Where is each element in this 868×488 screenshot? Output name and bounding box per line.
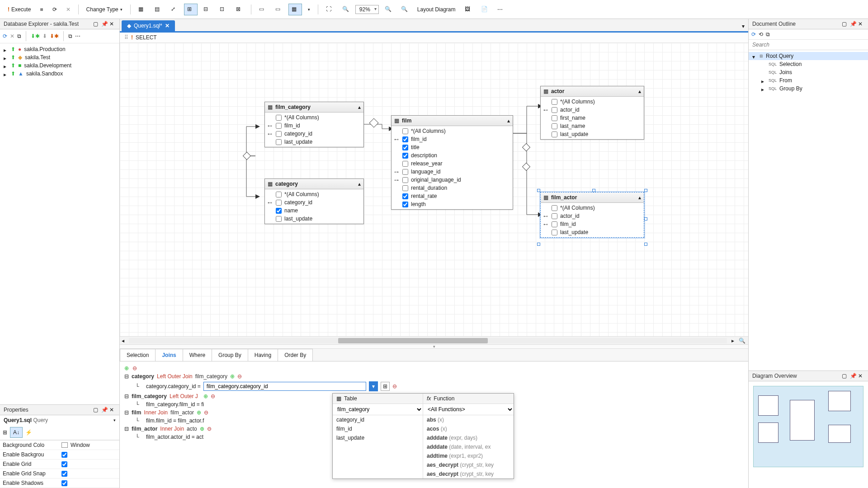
popup-function-item[interactable]: addtime (expr1, expr2) [423, 451, 514, 460]
tool-button[interactable]: ⊟ [200, 4, 214, 15]
collapse-icon[interactable]: ⊟ [124, 409, 129, 416]
column-checkbox[interactable] [552, 213, 557, 219]
refresh-icon[interactable]: ⟳ [751, 31, 756, 38]
dropdown-button[interactable]: ▾ [305, 5, 313, 14]
table-column[interactable]: length [392, 200, 513, 208]
table-column[interactable]: *(All Columns) [265, 113, 363, 122]
column-checkbox[interactable] [276, 208, 282, 214]
close-icon[interactable]: ✕ [109, 407, 116, 413]
join-row[interactable]: ⊟ category Left Outer Join film_category… [124, 372, 744, 380]
horizontal-scrollbar[interactable]: ◂ ▸ 🔍 [120, 336, 748, 344]
column-checkbox[interactable] [402, 185, 408, 191]
table-column[interactable]: ⊷ category_id [265, 198, 363, 206]
window-icon[interactable]: ▢ [842, 21, 848, 27]
column-checkbox[interactable] [552, 230, 557, 235]
connection-item[interactable]: ▸ ⬆ ▲ sakila.Sandbox [0, 70, 119, 78]
lower-tab-group-by[interactable]: Group By [212, 349, 248, 361]
tool-button[interactable]: ⊠ [233, 4, 246, 15]
popup-function-item[interactable]: acos (x) [423, 424, 514, 433]
collapse-icon[interactable]: ▴ [358, 104, 361, 110]
prop-checkbox[interactable] [61, 452, 67, 458]
table-column[interactable]: release_year [392, 160, 513, 168]
table-column[interactable]: rental_rate [392, 192, 513, 200]
table-column[interactable]: *(All Columns) [392, 127, 513, 135]
expander-icon[interactable]: ▸ [4, 55, 8, 60]
expander-icon[interactable]: ▸ [761, 86, 766, 91]
categorize-icon[interactable]: ⊞ [3, 429, 7, 436]
copy-icon[interactable]: ⧉ [766, 31, 770, 38]
refresh-icon[interactable]: ⟳ [3, 33, 7, 39]
popup-function-item[interactable]: abs (x) [423, 415, 514, 424]
new-conn-icon[interactable]: ⬇✱ [31, 33, 40, 39]
table-column[interactable]: last_update [265, 138, 363, 146]
column-checkbox[interactable] [276, 200, 282, 206]
column-checkbox[interactable] [402, 177, 408, 183]
remove-icon[interactable]: ⊖ [392, 383, 397, 389]
magnifier-icon[interactable]: 🔍 [736, 338, 748, 344]
cancel-button[interactable]: ✕ [63, 4, 74, 15]
connection-item[interactable]: ▸ ⬆ ● sakila.Production [0, 45, 119, 53]
table-column[interactable]: description [392, 151, 513, 160]
table-film[interactable]: ▦ film ▴ *(All Columns) ⊷ film_id title … [391, 115, 513, 210]
tool-button[interactable]: ▦ [135, 4, 149, 15]
scrollbar-thumb[interactable] [338, 338, 488, 343]
column-checkbox[interactable] [402, 193, 408, 199]
expander-icon[interactable]: ▾ [752, 54, 757, 58]
collapse-icon[interactable]: ⊟ [124, 393, 129, 399]
close-icon[interactable]: ✕ [858, 373, 864, 379]
table-column[interactable]: ⊷ film_id [392, 135, 513, 143]
table-select[interactable]: film_category [333, 404, 423, 415]
add-icon[interactable]: ⊕ [124, 365, 129, 371]
column-checkbox[interactable] [276, 216, 282, 222]
expander-icon[interactable]: ▸ [4, 71, 8, 76]
lower-tab-where[interactable]: Where [183, 349, 212, 361]
tab-overflow-icon[interactable]: ▾ [740, 21, 746, 31]
add-icon[interactable]: ⊕ [200, 426, 204, 432]
zoom-out-button[interactable]: 🔍 [398, 4, 411, 15]
connection-item[interactable]: ▸ ⬆ ◆ sakila.Test [0, 53, 119, 61]
close-icon[interactable]: ✕ [858, 21, 864, 27]
column-checkbox[interactable] [276, 139, 282, 145]
column-checkbox[interactable] [402, 169, 408, 175]
tool-button[interactable]: ⊡ [217, 4, 230, 15]
picker-button[interactable]: ⊞ [381, 382, 390, 391]
column-checkbox[interactable] [402, 161, 408, 167]
window-icon[interactable]: ▢ [93, 21, 99, 27]
popup-function-item[interactable]: aes_decrypt (crypt_str, key [423, 460, 514, 469]
copy-icon[interactable]: ⧉ [17, 33, 21, 39]
table-column[interactable]: first_name [541, 114, 644, 122]
table-column[interactable]: ⊷ film_id [265, 122, 363, 130]
lower-tab-joins[interactable]: Joins [155, 349, 183, 361]
stop-button[interactable]: ■ [37, 4, 46, 15]
overview-canvas[interactable] [753, 386, 863, 467]
outline-item[interactable]: ▸ SQL Group By [749, 84, 868, 93]
remove-icon[interactable]: ⊖ [211, 393, 215, 399]
overflow-icon[interactable]: ⋯ [75, 33, 80, 39]
column-checkbox[interactable] [276, 192, 282, 197]
tool-button[interactable]: ▦ [288, 4, 302, 15]
table-column[interactable]: last_update [265, 215, 363, 223]
sort-icon[interactable]: A↓ [10, 427, 23, 438]
outline-search-input[interactable] [749, 40, 868, 50]
table-column[interactable]: last_name [541, 122, 644, 130]
conn-star-icon[interactable]: ⬇✱ [50, 33, 59, 39]
table-film_category[interactable]: ▦ film_category ▴ *(All Columns) ⊷ film_… [264, 102, 364, 147]
change-type-button[interactable]: Change Type ▾ [83, 4, 126, 15]
outline-item[interactable]: SQL Joins [749, 68, 868, 76]
popup-column-item[interactable]: last_update [333, 433, 423, 442]
collapse-icon[interactable]: ⊟ [124, 426, 129, 432]
column-checkbox[interactable] [552, 99, 557, 105]
pin-icon[interactable]: 📌 [101, 21, 108, 27]
prop-checkbox[interactable] [61, 471, 67, 477]
pin-icon[interactable]: 📌 [101, 407, 108, 413]
table-header[interactable]: ▦ category ▴ [265, 179, 363, 189]
remove-icon[interactable]: ⊖ [207, 426, 212, 432]
table-header[interactable]: ▦ film ▴ [392, 116, 513, 126]
table-header[interactable]: ▦ film_category ▴ [265, 102, 363, 113]
pin-icon[interactable]: 📌 [850, 21, 856, 27]
column-checkbox[interactable] [552, 107, 557, 113]
table-header[interactable]: ▦ actor ▴ [541, 86, 644, 97]
column-checkbox[interactable] [276, 123, 282, 129]
column-checkbox[interactable] [402, 145, 408, 150]
zoom-combo[interactable]: 92% [355, 5, 379, 14]
